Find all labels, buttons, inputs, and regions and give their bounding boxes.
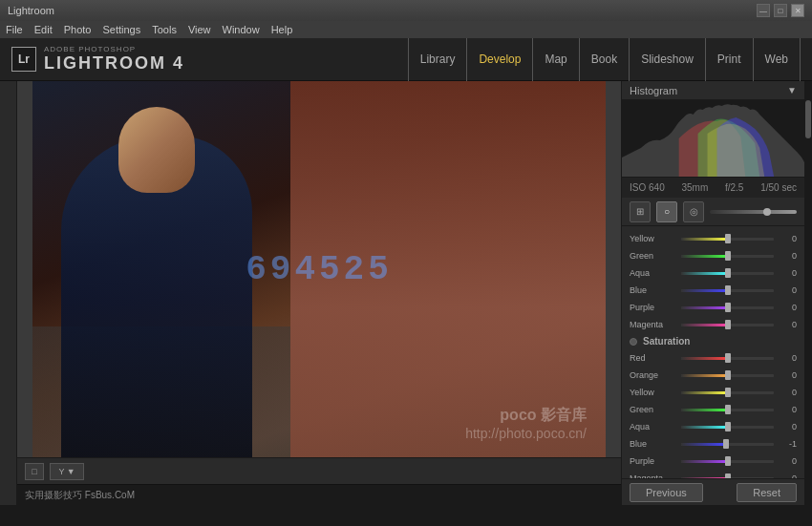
iso-value: ISO 640 bbox=[630, 182, 665, 193]
sat-aqua-value: 0 bbox=[778, 422, 797, 431]
left-panel bbox=[0, 81, 17, 505]
yellow-value: 0 bbox=[778, 234, 797, 243]
sat-orange-label: Orange bbox=[630, 370, 677, 380]
tool-grid[interactable]: ⊞ bbox=[630, 201, 651, 222]
maximize-button[interactable]: □ bbox=[774, 4, 787, 17]
magenta-value: 0 bbox=[778, 320, 797, 329]
menu-photo[interactable]: Photo bbox=[64, 24, 92, 35]
sat-yellow-label: Yellow bbox=[630, 388, 677, 397]
axis-dropdown[interactable]: Y ▼ bbox=[50, 463, 84, 480]
menu-tools[interactable]: Tools bbox=[152, 24, 177, 35]
status-text: 实用摄影技巧 FsBus.CoM bbox=[25, 489, 135, 502]
slider-row-magenta: Magenta 0 bbox=[622, 316, 804, 333]
tab-slideshow[interactable]: Slideshow bbox=[630, 38, 706, 81]
sat-blue-label: Blue bbox=[630, 439, 677, 449]
sat-aqua-row: Aqua 0 bbox=[622, 418, 804, 435]
magenta-track[interactable] bbox=[681, 324, 774, 326]
tab-library[interactable]: Library bbox=[408, 38, 468, 81]
yellow-label: Yellow bbox=[630, 234, 677, 243]
previous-button[interactable]: Previous bbox=[630, 483, 703, 502]
histogram-toggle[interactable]: ▼ bbox=[787, 85, 797, 95]
tool-slider-thumb[interactable] bbox=[763, 208, 771, 216]
slider-row-aqua: Aqua 0 bbox=[622, 264, 804, 282]
green-label: Green bbox=[630, 251, 677, 261]
purple-track[interactable] bbox=[681, 306, 774, 309]
green-track[interactable] bbox=[681, 255, 774, 258]
yellow-track[interactable] bbox=[681, 238, 774, 241]
photo-area: 694525 poco 影音库 http://photo.poco.cn/ □ … bbox=[17, 81, 621, 505]
menu-file[interactable]: File bbox=[6, 24, 23, 35]
slider-row-blue: Blue 0 bbox=[622, 282, 804, 299]
lr-badge: Lr bbox=[11, 47, 36, 72]
right-scrollbar[interactable] bbox=[804, 81, 812, 505]
aqua-track[interactable] bbox=[681, 272, 774, 275]
sat-aqua-track[interactable] bbox=[681, 426, 774, 429]
sat-purple-value: 0 bbox=[778, 456, 797, 466]
main-header: Lr ADOBE PHOTOSHOP LIGHTROOM 4 Library D… bbox=[0, 38, 812, 81]
histogram-chart bbox=[622, 100, 804, 177]
shutter-speed: 1/50 sec bbox=[760, 182, 797, 193]
blue-value: 0 bbox=[778, 285, 797, 295]
sat-yellow-track[interactable] bbox=[681, 391, 774, 394]
logo-text: ADOBE PHOTOSHOP LIGHTROOM 4 bbox=[44, 45, 184, 74]
tab-web[interactable]: Web bbox=[754, 38, 801, 81]
sat-green-track[interactable] bbox=[681, 409, 774, 411]
tool-slider[interactable] bbox=[710, 210, 797, 214]
sliders-panel[interactable]: Yellow 0 Green 0 Aqua bbox=[622, 226, 804, 478]
saturation-section-toggle[interactable]: Saturation bbox=[622, 333, 804, 349]
view-mode-button[interactable]: □ bbox=[25, 463, 44, 480]
tool-circle[interactable]: ○ bbox=[656, 201, 677, 222]
menu-settings[interactable]: Settings bbox=[102, 24, 140, 35]
slider-row-yellow: Yellow 0 bbox=[622, 230, 804, 247]
purple-label: Purple bbox=[630, 303, 677, 312]
right-panel: Histogram ▼ ISO 640 35mm f/2.5 1/50 sec bbox=[621, 81, 804, 505]
green-value: 0 bbox=[778, 251, 797, 261]
hue-section: Yellow 0 Green 0 Aqua bbox=[622, 230, 804, 333]
aqua-value: 0 bbox=[778, 268, 797, 278]
minimize-button[interactable]: — bbox=[757, 4, 770, 17]
status-bar: 实用摄影技巧 FsBus.CoM bbox=[17, 484, 621, 505]
sat-purple-row: Purple 0 bbox=[622, 452, 804, 470]
sat-purple-track[interactable] bbox=[681, 460, 774, 463]
menu-window[interactable]: Window bbox=[223, 24, 260, 35]
menu-help[interactable]: Help bbox=[271, 24, 293, 35]
tool-target[interactable]: ◎ bbox=[683, 201, 704, 222]
menu-bar: File Edit Photo Settings Tools View Wind… bbox=[0, 21, 812, 38]
app-title: LIGHTROOM 4 bbox=[44, 53, 184, 74]
tab-print[interactable]: Print bbox=[706, 38, 754, 81]
camera-info: ISO 640 35mm f/2.5 1/50 sec bbox=[622, 177, 804, 198]
photo-toolbar: □ Y ▼ bbox=[17, 457, 621, 484]
adobe-label: ADOBE PHOTOSHOP bbox=[44, 45, 184, 53]
close-button[interactable]: ✕ bbox=[791, 4, 804, 17]
sat-magenta-track[interactable] bbox=[681, 477, 774, 479]
aqua-label: Aqua bbox=[630, 268, 677, 278]
sat-green-value: 0 bbox=[778, 405, 797, 414]
scrollbar-thumb[interactable] bbox=[805, 100, 811, 138]
sat-blue-track[interactable] bbox=[681, 443, 774, 446]
histogram-title: Histogram bbox=[630, 85, 677, 96]
sat-orange-row: Orange 0 bbox=[622, 367, 804, 384]
tab-book[interactable]: Book bbox=[580, 38, 630, 81]
menu-view[interactable]: View bbox=[188, 24, 211, 35]
histogram-header: Histogram ▼ bbox=[622, 81, 804, 100]
photo-container[interactable]: 694525 poco 影音库 http://photo.poco.cn/ bbox=[17, 81, 621, 457]
photo-display: 694525 poco 影音库 http://photo.poco.cn/ bbox=[32, 81, 606, 457]
aperture: f/2.5 bbox=[725, 182, 743, 193]
menu-edit[interactable]: Edit bbox=[34, 24, 53, 35]
title-bar: Lightroom — □ ✕ bbox=[0, 0, 812, 21]
tab-map[interactable]: Map bbox=[533, 38, 579, 81]
sat-green-row: Green 0 bbox=[622, 401, 804, 418]
blue-track[interactable] bbox=[681, 289, 774, 292]
sat-red-track[interactable] bbox=[681, 357, 774, 360]
reset-button[interactable]: Reset bbox=[737, 483, 797, 502]
sat-red-value: 0 bbox=[778, 353, 797, 363]
sat-yellow-value: 0 bbox=[778, 388, 797, 397]
sat-red-label: Red bbox=[630, 353, 677, 363]
sat-orange-track[interactable] bbox=[681, 374, 774, 377]
tab-develop[interactable]: Develop bbox=[467, 38, 533, 81]
sat-aqua-label: Aqua bbox=[630, 422, 677, 431]
window-controls[interactable]: — □ ✕ bbox=[757, 4, 804, 17]
saturation-toggle-dot bbox=[630, 338, 637, 346]
sat-blue-value: -1 bbox=[778, 439, 797, 449]
sat-yellow-row: Yellow 0 bbox=[622, 384, 804, 401]
